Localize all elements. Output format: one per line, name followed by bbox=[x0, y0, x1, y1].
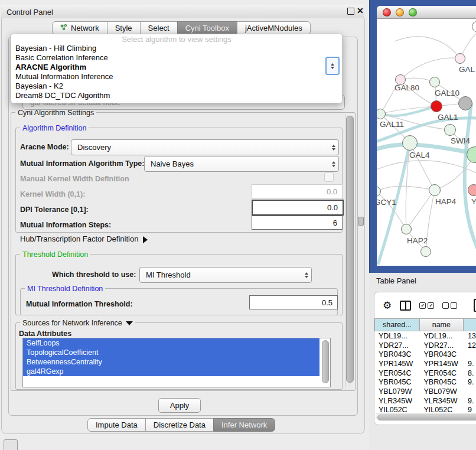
table-row[interactable]: YDL19...YDL19...13 bbox=[374, 331, 476, 341]
network-canvas[interactable]: GALGAL80GAL10GAL1GAL11SWI4GAL4GCY1HAP4YH… bbox=[377, 6, 476, 266]
attribute-item-topologicalcoefficient[interactable]: TopologicalCoefficient bbox=[23, 348, 319, 357]
new-table-icon[interactable] bbox=[474, 299, 476, 312]
sources-group-title[interactable]: Sources for Network Inference bbox=[20, 319, 135, 327]
network-node-gal4[interactable] bbox=[402, 135, 418, 151]
table-row[interactable]: YBL079WYBL079W bbox=[374, 387, 476, 396]
network-node-hap4[interactable] bbox=[429, 184, 441, 196]
table-row[interactable]: YDR27...YDR27...12 bbox=[374, 341, 476, 350]
column-header-shared-[interactable]: shared... bbox=[374, 318, 420, 331]
threshold-definition-title: Threshold Definition bbox=[20, 250, 90, 259]
network-node[interactable] bbox=[458, 96, 472, 110]
column-header-name[interactable]: name bbox=[420, 318, 464, 331]
algorithm-option-mutual-information-inference[interactable]: Mutual Information Inference bbox=[11, 72, 342, 81]
table-row[interactable]: YBR043CYBR043C bbox=[374, 350, 476, 359]
tab-network[interactable]: Network bbox=[52, 21, 107, 35]
data-attributes-list[interactable]: SelfLoopsTopologicalCoefficientBetweenne… bbox=[22, 338, 331, 387]
hub-definition-label: Hub/Transcription Factor Definition bbox=[20, 234, 138, 243]
aracne-mode-select[interactable]: Discovery bbox=[71, 139, 339, 155]
deselect-all-icon[interactable] bbox=[442, 302, 457, 309]
split-pane-handle[interactable] bbox=[358, 217, 364, 226]
manual-kernel-checkbox[interactable] bbox=[324, 172, 334, 182]
attribute-item-selfloops[interactable]: SelfLoops bbox=[23, 338, 319, 348]
table-row[interactable]: YIL052CYIL052C9 bbox=[374, 406, 476, 413]
attribute-item-gal4rgexp[interactable]: gal4RGexp bbox=[23, 367, 319, 376]
mi-threshold-group-title: MI Threshold Definition bbox=[25, 285, 105, 293]
tab-infer-network[interactable]: Infer Network bbox=[213, 418, 275, 432]
gear-icon[interactable]: ⚙ bbox=[383, 299, 392, 312]
algorithm-option-bayesian-k2[interactable]: Bayesian - K2 bbox=[11, 81, 342, 91]
column-browser-icon[interactable] bbox=[400, 301, 411, 311]
close-icon[interactable]: ✕ bbox=[357, 6, 364, 15]
network-node-gal1[interactable] bbox=[431, 100, 442, 112]
table-row[interactable]: YLR345WYLR345W9. bbox=[374, 396, 476, 406]
network-node-gal[interactable] bbox=[455, 53, 465, 64]
network-node-hap2[interactable] bbox=[401, 224, 412, 234]
settings-scrollbar-thumb[interactable] bbox=[346, 116, 354, 383]
mi-threshold-field[interactable]: 0.5 bbox=[249, 295, 338, 309]
panel-dock-icon[interactable] bbox=[4, 439, 18, 450]
table-cell: YDR27... bbox=[420, 341, 464, 350]
data-attributes-label: Data Attributes bbox=[19, 330, 71, 338]
tab-style[interactable]: Style bbox=[107, 21, 141, 35]
network-window-titlebar[interactable] bbox=[377, 6, 476, 19]
table-cell: YBL079W bbox=[374, 387, 420, 396]
table-hscrollbar-thumb[interactable] bbox=[377, 415, 476, 420]
table-cell: YPR145W bbox=[420, 359, 464, 369]
network-view-window: GALGAL80GAL10GAL1GAL11SWI4GAL4GCY1HAP4YH… bbox=[377, 6, 476, 266]
table-cell bbox=[464, 350, 476, 359]
algorithm-popup-placeholder: Select algorithm to view settings bbox=[11, 35, 342, 44]
apply-button[interactable]: Apply bbox=[158, 398, 201, 413]
attribute-item-betweennesscentrality[interactable]: BetweennessCentrality bbox=[23, 357, 319, 367]
table-cell: YIL052C bbox=[374, 406, 420, 413]
focused-combo-spinner[interactable] bbox=[325, 57, 340, 75]
which-threshold-select[interactable]: MI Threshold bbox=[139, 267, 312, 283]
algorithm-option-basic-correlation-inference[interactable]: Basic Correlation Inference bbox=[11, 53, 342, 63]
application-root: Control Panel ✕ NetworkStyleSelectCyni T… bbox=[0, 0, 476, 450]
tab-impute-data[interactable]: Impute Data bbox=[87, 418, 146, 432]
network-node-label: HAP4 bbox=[435, 197, 456, 206]
table-body: YDL19...YDL19...13YDR27...YDR27...12YBR0… bbox=[374, 331, 476, 413]
network-node-gal10[interactable] bbox=[429, 77, 440, 87]
table-row[interactable]: YPR145WYPR145W9. bbox=[374, 359, 476, 369]
table-cell: YER054C bbox=[374, 369, 420, 378]
tab-discretize-data[interactable]: Discretize Data bbox=[145, 418, 214, 432]
minimize-traffic-light-icon[interactable] bbox=[396, 8, 404, 17]
column-header-a[interactable]: A bbox=[464, 318, 476, 331]
table-cell: YDR27... bbox=[374, 341, 420, 350]
network-node-label: GAL80 bbox=[395, 83, 419, 92]
network-node-label: Y bbox=[471, 197, 476, 206]
table-cell: YBR045C bbox=[420, 377, 464, 387]
table-cell bbox=[464, 387, 476, 396]
close-traffic-light-icon[interactable] bbox=[383, 8, 391, 17]
network-node-swi4[interactable] bbox=[444, 124, 456, 136]
network-node-label: GAL bbox=[459, 65, 475, 74]
mi-steps-field[interactable]: 6 bbox=[252, 216, 343, 230]
table-row[interactable]: YER054CYER054C8. bbox=[374, 369, 476, 378]
network-node-y[interactable] bbox=[468, 184, 476, 196]
tab-select[interactable]: Select bbox=[140, 21, 178, 35]
table-hscrollbar-track[interactable] bbox=[376, 413, 476, 420]
select-all-icon[interactable]: ✓✓ bbox=[419, 302, 434, 309]
float-window-icon[interactable] bbox=[347, 8, 354, 15]
hub-definition-toggle[interactable]: Hub/Transcription Factor Definition bbox=[20, 234, 148, 243]
kernel-width-field[interactable]: 0.0 bbox=[252, 184, 343, 198]
tab-jactivemnodules[interactable]: jActiveMNodules bbox=[237, 21, 311, 35]
aracne-mode-value: Discovery bbox=[71, 143, 328, 152]
zoom-traffic-light-icon[interactable] bbox=[409, 8, 417, 17]
dpi-tolerance-field[interactable]: 0.0 bbox=[252, 200, 344, 216]
mi-type-select[interactable]: Naive Bayes bbox=[144, 156, 339, 172]
table-cell: YIL052C bbox=[420, 406, 464, 413]
mi-type-label: Mutual Information Algorithm Type: bbox=[20, 159, 144, 168]
network-node[interactable] bbox=[420, 246, 431, 257]
dpi-tolerance-label: DPI Tolerance [0,1]: bbox=[20, 206, 89, 214]
network-icon bbox=[60, 24, 68, 33]
attributes-scrollbar-thumb[interactable] bbox=[322, 340, 329, 383]
spinner-arrows-icon bbox=[328, 145, 338, 151]
tab-cyni-toolbox[interactable]: Cyni Toolbox bbox=[177, 21, 237, 35]
algorithm-option-dream8-dc-tdc-algorithm[interactable]: Dream8 DC_TDC Algorithm bbox=[11, 91, 342, 100]
table-panel-title: Table Panel bbox=[376, 276, 416, 285]
algorithm-option-aracne-algorithm[interactable]: ARACNE Algorithm bbox=[11, 63, 342, 72]
table-row[interactable]: YBR045CYBR045C9. bbox=[374, 377, 476, 387]
algorithm-option-bayesian-hill-climbing[interactable]: Bayesian - Hill Climbing bbox=[11, 44, 342, 53]
algorithm-definition-title: Algorithm Definition bbox=[20, 124, 89, 132]
